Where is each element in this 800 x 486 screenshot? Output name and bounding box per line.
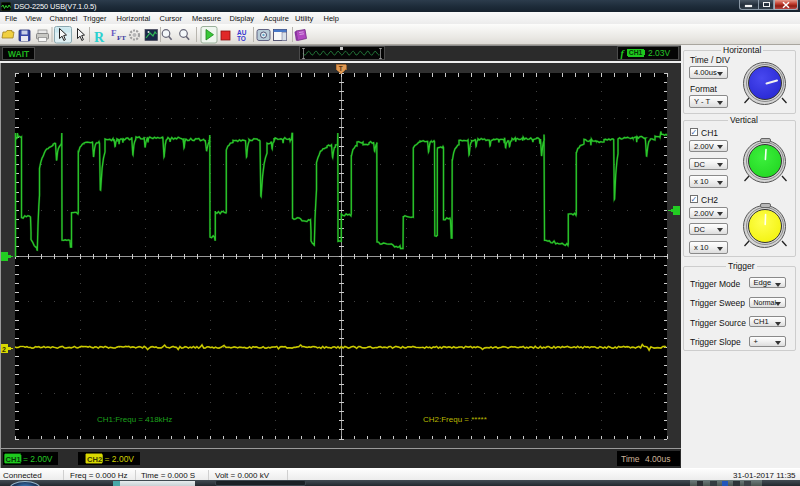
svg-text:= 2.00V: = 2.00V [105, 454, 135, 464]
svg-text:CH1: CH1 [629, 49, 643, 56]
svg-text:CH2:Frequ = *****: CH2:Frequ = ***** [423, 415, 487, 424]
svg-text:4.00us: 4.00us [645, 454, 671, 464]
svg-text:Time: Time [621, 454, 640, 464]
svg-text:T: T [339, 65, 343, 72]
svg-text:R: R [94, 30, 105, 45]
svg-text:CH1:Frequ = 418kHz: CH1:Frequ = 418kHz [97, 415, 172, 424]
svg-text:TO: TO [237, 35, 246, 42]
svg-text:CH2: CH2 [87, 455, 102, 464]
svg-text:WAIT: WAIT [8, 49, 30, 59]
svg-text:2: 2 [2, 346, 6, 353]
svg-text:FT: FT [117, 34, 126, 42]
svg-text:CH1: CH1 [6, 455, 21, 464]
svg-text:= 2.00V: = 2.00V [23, 454, 53, 464]
svg-text:2.03V: 2.03V [648, 48, 671, 58]
